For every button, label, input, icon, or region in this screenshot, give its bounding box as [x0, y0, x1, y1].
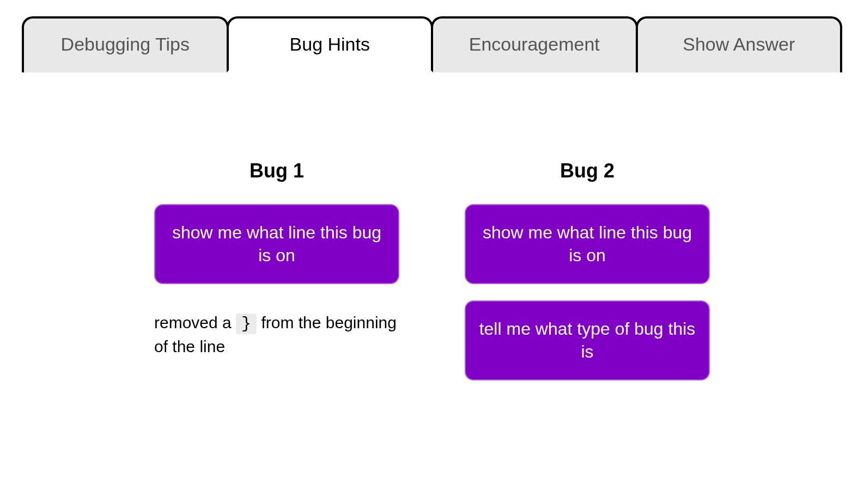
bug-2-title: Bug 2 [560, 159, 614, 182]
bug-1-show-line-button[interactable]: show me what line this bug is on [154, 204, 399, 284]
bug-2-column: Bug 2 show me what line this bug is on t… [465, 159, 710, 397]
bug-1-hint-text: removed a } from the beginning of the li… [154, 311, 399, 358]
hint-code-token: } [236, 314, 257, 334]
tab-bug-hints[interactable]: Bug Hints [227, 16, 434, 72]
bug-2-show-line-button[interactable]: show me what line this bug is on [465, 204, 710, 284]
tab-debugging-tips[interactable]: Debugging Tips [22, 16, 229, 72]
bug-2-tell-type-button[interactable]: tell me what type of bug this is [465, 300, 710, 380]
tab-encouragement[interactable]: Encouragement [431, 16, 638, 72]
tab-show-answer[interactable]: Show Answer [636, 16, 843, 72]
tabs-container: Debugging Tips Bug Hints Encouragement S… [22, 16, 842, 72]
hint-text-prefix: removed a [154, 314, 236, 331]
tab-content: Bug 1 show me what line this bug is on r… [22, 72, 842, 397]
bug-1-title: Bug 1 [250, 159, 304, 182]
bug-1-column: Bug 1 show me what line this bug is on r… [154, 159, 399, 397]
